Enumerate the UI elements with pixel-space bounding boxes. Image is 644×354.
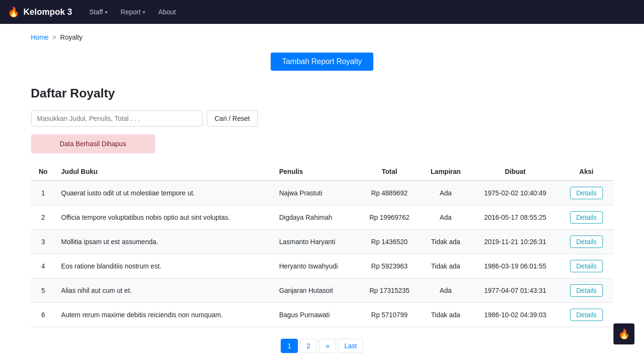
col-header-aksi: Aksi [560,163,613,181]
page-btn-last[interactable]: Last [338,339,363,353]
page-btn-1[interactable]: 1 [281,339,298,353]
col-header-lampiran: Lampiran [421,163,471,181]
cell-penulis: Digdaya Rahimah [274,205,359,230]
nav-item-about[interactable]: About [153,4,182,20]
col-header-dibuat: Dibuat [471,163,560,181]
cell-total: Rp 5710799 [358,303,421,327]
details-button[interactable]: Details [570,309,603,321]
details-button[interactable]: Details [570,187,603,199]
table-row: 2 Officia tempore voluptatibus nobis opt… [31,205,613,230]
cell-dibuat: 1977-04-07 01:43:31 [471,279,560,303]
navbar: 🔥 Kelompok 3 Staff ▾ Report ▾ About [0,0,644,24]
search-area: Cari / Reset [31,110,613,127]
add-report-button[interactable]: Tambah Report Royalty [271,53,373,71]
cell-total: Rp 19969762 [358,205,421,230]
breadcrumb-separator: > [53,33,56,41]
table-row: 6 Autem rerum maxime debitis reiciendis … [31,303,613,327]
cell-aksi: Details [560,279,613,303]
page-btn-2[interactable]: 2 [300,339,317,353]
page-title: Daftar Royalty [31,86,613,101]
cell-no: 1 [31,181,56,205]
cell-total: Rp 5923963 [358,254,421,279]
flame-icon: 🔥 [8,6,20,18]
nav-item-report[interactable]: Report ▾ [115,4,151,20]
table-row: 1 Quaerat iusto odit ut ut molestiae tem… [31,181,613,205]
cell-judul: Alias nihil aut cum ut et. [55,279,274,303]
cell-judul: Autem rerum maxime debitis reiciendis no… [55,303,274,327]
cell-lampiran: Ada [421,181,471,205]
cell-judul: Quaerat iusto odit ut ut molestiae tempo… [55,181,274,205]
table-header: No Judul Buku Penulis Total Lampiran Dib… [31,163,613,181]
cell-judul: Officia tempore voluptatibus nobis optio… [55,205,274,230]
main-content: Home > Royalty Tambah Report Royalty Daf… [12,24,633,354]
table-row: 4 Eos ratione blanditiis nostrum est. He… [31,254,613,279]
details-button[interactable]: Details [570,284,603,297]
cell-total: Rp 4889692 [358,181,421,205]
col-header-judul: Judul Buku [55,163,274,181]
cell-aksi: Details [560,230,613,254]
pagination: 1 2 » Last [31,339,613,353]
staff-dropdown-arrow: ▾ [105,10,107,15]
table-row: 3 Mollitia ipsam ut est assumenda. Lasma… [31,230,613,254]
cell-dibuat: 1986-10-02 04:39:03 [471,303,560,327]
brand[interactable]: 🔥 Kelompok 3 [8,6,72,18]
cell-total: Rp 17315235 [358,279,421,303]
cell-penulis: Ganjaran Hutasoit [274,279,359,303]
cell-aksi: Details [560,181,613,205]
cell-no: 5 [31,279,56,303]
breadcrumb-home[interactable]: Home [31,33,49,41]
col-header-penulis: Penulis [274,163,359,181]
cell-no: 3 [31,230,56,254]
search-input[interactable] [31,110,203,127]
nav-item-staff[interactable]: Staff ▾ [84,4,113,20]
data-table: No Judul Buku Penulis Total Lampiran Dib… [31,163,613,327]
cell-dibuat: 2016-05-17 08:55:25 [471,205,560,230]
cell-lampiran: Ada [421,205,471,230]
cell-no: 4 [31,254,56,279]
details-button[interactable]: Details [570,236,603,248]
cell-judul: Eos ratione blanditiis nostrum est. [55,254,274,279]
col-header-no: No [31,163,56,181]
cell-judul: Mollitia ipsam ut est assumenda. [55,230,274,254]
alert-success: Data Berhasil Dihapus [31,134,155,153]
cell-penulis: Najwa Prastuti [274,181,359,205]
details-button[interactable]: Details [570,211,603,224]
add-button-container: Tambah Report Royalty [31,53,613,71]
cell-lampiran: Tidak ada [421,230,471,254]
search-button[interactable]: Cari / Reset [207,110,258,127]
brand-label: Kelompok 3 [23,7,72,17]
cell-total: Rp 1436520 [358,230,421,254]
cell-penulis: Heryanto Iswahyudi [274,254,359,279]
breadcrumb: Home > Royalty [31,33,613,41]
cell-penulis: Lasmanto Haryanti [274,230,359,254]
cell-aksi: Details [560,254,613,279]
nav-items: Staff ▾ Report ▾ About [84,4,181,20]
table-body: 1 Quaerat iusto odit ut ut molestiae tem… [31,181,613,327]
table-row: 5 Alias nihil aut cum ut et. Ganjaran Hu… [31,279,613,303]
breadcrumb-current: Royalty [60,33,83,41]
cell-dibuat: 1975-02-02 10:40:49 [471,181,560,205]
cell-dibuat: 2019-11-21 10:26:31 [471,230,560,254]
cell-aksi: Details [560,205,613,230]
report-dropdown-arrow: ▾ [143,10,145,15]
cell-lampiran: Tidak ada [421,303,471,327]
page-btn-next[interactable]: » [319,339,336,353]
cell-dibuat: 1986-03-19 06:01:55 [471,254,560,279]
bottom-flame-icon: 🔥 [613,323,634,344]
details-button[interactable]: Details [570,260,603,272]
cell-lampiran: Ada [421,279,471,303]
cell-no: 6 [31,303,56,327]
cell-no: 2 [31,205,56,230]
cell-penulis: Bagus Purnawati [274,303,359,327]
col-header-total: Total [358,163,421,181]
cell-aksi: Details [560,303,613,327]
cell-lampiran: Tidak ada [421,254,471,279]
